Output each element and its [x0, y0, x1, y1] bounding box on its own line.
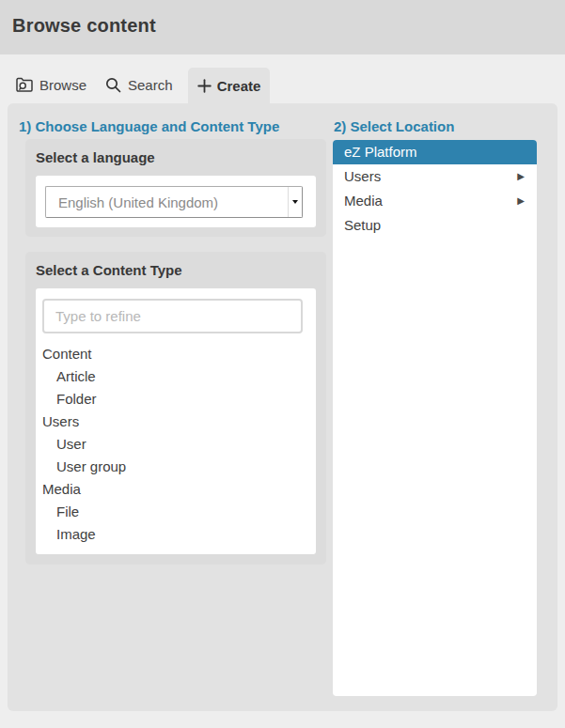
tab-browse[interactable]: Browse: [16, 66, 86, 103]
create-panel: 1) Choose Language and Content Type 2) S…: [8, 103, 557, 711]
content-type-option-file[interactable]: File: [36, 501, 316, 523]
dialog-title: Browse content: [0, 0, 565, 37]
content-type-option-folder[interactable]: Folder: [36, 388, 316, 410]
search-icon: [105, 77, 121, 93]
step1-heading: 1) Choose Language and Content Type: [19, 118, 279, 134]
step2-heading: 2) Select Location: [334, 118, 454, 134]
folder-search-icon: [16, 77, 33, 93]
tab-bar: Browse Search Create: [0, 54, 565, 103]
tab-search[interactable]: Search: [105, 66, 173, 103]
expand-arrow-icon[interactable]: ▶: [517, 164, 525, 189]
tree-item-ez-platform[interactable]: eZ Platform: [333, 140, 537, 164]
content-type-box: Content Article Folder Users User User g…: [36, 288, 316, 554]
dropdown-arrow-icon: [288, 187, 302, 217]
language-section: Select a language English (United Kingdo…: [25, 139, 326, 237]
tree-item-users[interactable]: Users ▶: [333, 164, 537, 189]
language-select-value: English (United Kingdom): [46, 194, 288, 210]
content-type-filter-input[interactable]: [42, 299, 303, 333]
location-tree: eZ Platform Users ▶ Media ▶ Setup: [333, 140, 537, 696]
tab-search-label: Search: [128, 77, 173, 93]
tab-create[interactable]: Create: [188, 68, 270, 103]
expand-arrow-icon[interactable]: ▶: [517, 189, 525, 213]
tree-item-label: Media: [344, 193, 383, 209]
tree-item-label: Setup: [344, 217, 381, 233]
content-type-option-article[interactable]: Article: [36, 365, 316, 388]
dialog-header: Browse content: [0, 0, 565, 54]
content-type-option-user[interactable]: User: [36, 433, 316, 456]
content-type-section-heading: Select a Content Type: [25, 252, 326, 278]
content-type-group-users: Users: [36, 410, 316, 433]
content-type-option-image[interactable]: Image: [36, 523, 316, 546]
plus-icon: [197, 79, 212, 93]
tree-item-setup[interactable]: Setup: [333, 213, 537, 238]
tab-create-label: Create: [217, 78, 261, 94]
language-section-heading: Select a language: [25, 139, 326, 165]
content-type-option-user-group[interactable]: User group: [36, 456, 316, 478]
tab-browse-label: Browse: [39, 77, 86, 93]
tree-item-label: Users: [344, 168, 381, 184]
content-type-list: Content Article Folder Users User User g…: [36, 343, 316, 546]
content-type-group-content: Content: [36, 343, 316, 365]
content-type-group-media: Media: [36, 478, 316, 501]
language-select-wrapper: English (United Kingdom): [36, 176, 316, 227]
tree-item-media[interactable]: Media ▶: [333, 189, 537, 213]
language-select[interactable]: English (United Kingdom): [45, 186, 303, 218]
content-type-section: Select a Content Type Content Article Fo…: [25, 252, 326, 565]
tree-item-label: eZ Platform: [344, 144, 417, 160]
